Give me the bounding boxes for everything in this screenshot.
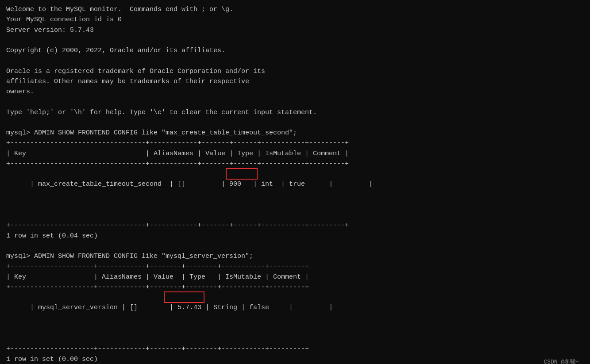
welcome-line-2: Your MySQL connection id is 0: [6, 15, 584, 25]
copyright-line-1: Copyright (c) 2000, 2022, Oracle and/or …: [6, 46, 584, 56]
table2-row-text: | mysql_server_version | [] | 5.7.43 | S…: [30, 304, 333, 311]
terminal: Welcome to the MySQL monitor. Commands e…: [6, 4, 584, 364]
blank-5: [6, 241, 584, 251]
blank-1: [6, 35, 584, 46]
result1: 1 row in set (0.04 sec): [6, 231, 584, 241]
blank-2: [6, 56, 584, 66]
table2-divider2: +---------------------+------------+----…: [6, 282, 584, 292]
oracle-line-3: owners.: [6, 87, 584, 97]
table1-row-text: | max_create_table_timeout_second | [] |…: [30, 180, 373, 188]
table1-row: | max_create_table_timeout_second | [] |…: [6, 169, 584, 220]
table1-divider1: +----------------------------------+----…: [6, 138, 584, 148]
table2-header: | Key | AliasNames | Value | Type | IsMu…: [6, 272, 584, 282]
result2: 1 row in set (0.00 sec): [6, 354, 584, 364]
table2-divider1: +---------------------+------------+----…: [6, 261, 584, 272]
blank-4: [6, 118, 584, 128]
help-line: Type 'help;' or '\h' for help. Type '\c'…: [6, 107, 584, 118]
welcome-line-3: Server version: 5.7.43: [6, 25, 584, 35]
welcome-line-1: Welcome to the MySQL monitor. Commands e…: [6, 4, 584, 15]
table2-row: | mysql_server_version | [] | 5.7.43 | S…: [6, 292, 584, 344]
table2-container: +---------------------+------------+----…: [6, 261, 584, 354]
value-900-highlight: [226, 168, 258, 180]
oracle-line-1: Oracle is a registered trademark of Orac…: [6, 66, 584, 77]
table1-header: | Key | AliasNames | Value | Type | IsMu…: [6, 149, 584, 159]
table1-container: +----------------------------------+----…: [6, 138, 584, 230]
blank-3: [6, 97, 584, 107]
watermark-label: CSDN @冬骏~: [544, 358, 579, 364]
query2-prompt: mysql> ADMIN SHOW FRONTEND CONFIG like "…: [6, 251, 584, 261]
table1-divider3: +----------------------------------+----…: [6, 220, 584, 230]
oracle-line-2: affiliates. Other names may be trademark…: [6, 77, 584, 87]
table2-divider3: +---------------------+------------+----…: [6, 344, 584, 354]
value-5743-highlight: [164, 291, 204, 303]
table1-divider2: +----------------------------------+----…: [6, 159, 584, 169]
query1-prompt: mysql> ADMIN SHOW FRONTEND CONFIG like "…: [6, 128, 584, 138]
